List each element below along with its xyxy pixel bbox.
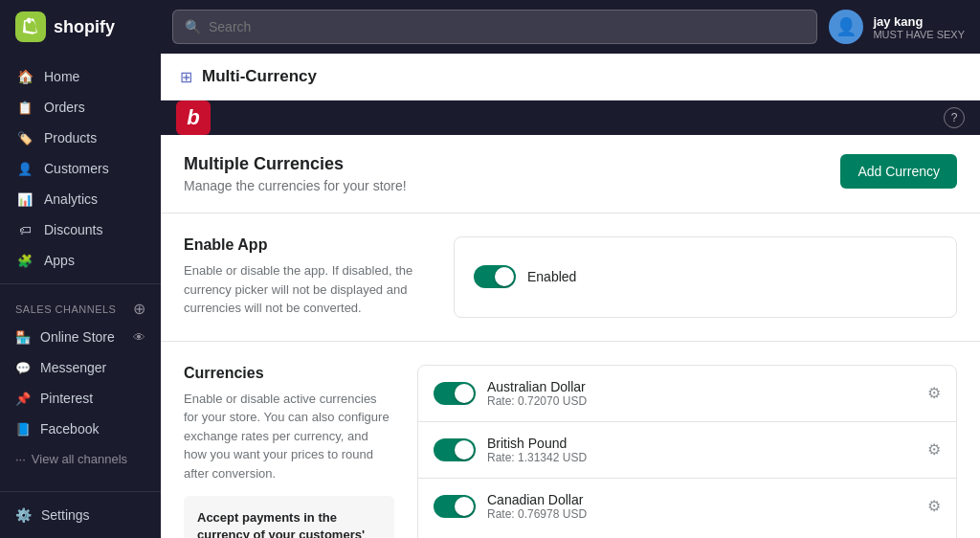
aud-rate: Rate: 0.72070 USD bbox=[487, 394, 916, 408]
sidebar-main-nav: 🏠 Home 📋 Orders 🏷️ Products 👤 Customers … bbox=[0, 61, 161, 276]
main-layout: 🏠 Home 📋 Orders 🏷️ Products 👤 Customers … bbox=[0, 54, 980, 538]
gbp-name: British Pound bbox=[487, 436, 916, 451]
gbp-rate: Rate: 1.31342 USD bbox=[487, 451, 916, 464]
info-box-title: Accept payments in the currency of your … bbox=[197, 509, 381, 538]
facebook-icon: 📘 bbox=[15, 422, 31, 437]
multiple-currencies-title: Multiple Currencies bbox=[184, 154, 407, 174]
sidebar: 🏠 Home 📋 Orders 🏷️ Products 👤 Customers … bbox=[0, 54, 161, 538]
multiple-currencies-subtitle: Manage the currencies for your store! bbox=[184, 178, 407, 193]
currency-row-aud: Australian Dollar Rate: 0.72070 USD ⚙ bbox=[418, 366, 956, 422]
user-text: jay kang MUST HAVE SEXY bbox=[873, 14, 965, 40]
cad-toggle[interactable] bbox=[434, 495, 476, 518]
logo-icon bbox=[15, 11, 46, 42]
pinterest-label: Pinterest bbox=[40, 391, 93, 406]
currencies-section: Currencies Enable or disable active curr… bbox=[161, 342, 980, 539]
enable-description: Enable or disable the app. If disabled, … bbox=[184, 261, 415, 318]
aud-toggle-knob bbox=[455, 384, 474, 403]
pinterest-icon: 📌 bbox=[15, 392, 31, 406]
enabled-label: Enabled bbox=[527, 269, 576, 284]
sidebar-divider-bottom bbox=[0, 491, 161, 492]
sidebar-item-home[interactable]: 🏠 Home bbox=[0, 61, 161, 92]
sidebar-item-analytics[interactable]: 📊 Analytics bbox=[0, 184, 161, 214]
enable-toggle[interactable] bbox=[474, 265, 516, 288]
search-icon: 🔍 bbox=[185, 19, 201, 34]
sidebar-label: Analytics bbox=[44, 191, 98, 207]
currencies-description: Enable or disable active currencies for … bbox=[184, 390, 394, 483]
content-area: ⊞ Multi-Currency b ? Multiple Currencies… bbox=[161, 54, 980, 538]
toggle-knob bbox=[495, 267, 514, 286]
page-header: ⊞ Multi-Currency bbox=[161, 54, 980, 101]
cad-rate: Rate: 0.76978 USD bbox=[487, 507, 916, 521]
currencies-left: Currencies Enable or disable active curr… bbox=[184, 365, 394, 539]
sales-channels-header: SALES CHANNELS ⊕ bbox=[0, 292, 161, 322]
sidebar-item-messenger[interactable]: 💬 Messenger bbox=[0, 352, 161, 383]
sidebar-item-online-store[interactable]: 🏪 Online Store 👁 bbox=[0, 322, 161, 352]
search-bar[interactable]: 🔍 bbox=[172, 10, 817, 44]
grid-icon: ⊞ bbox=[180, 68, 192, 86]
add-currency-button[interactable]: Add Currency bbox=[840, 154, 957, 189]
cad-name: Canadian Dollar bbox=[487, 492, 916, 507]
app-logo-letter: b bbox=[187, 105, 199, 130]
view-all-label: View all channels bbox=[32, 452, 127, 466]
sidebar-item-pinterest[interactable]: 📌 Pinterest bbox=[0, 383, 161, 414]
enable-left: Enable App Enable or disable the app. If… bbox=[184, 236, 415, 318]
search-input[interactable] bbox=[209, 19, 805, 34]
avatar: 👤 bbox=[829, 10, 863, 44]
sidebar-divider bbox=[0, 283, 161, 284]
shopify-logo[interactable]: shopify bbox=[15, 11, 161, 42]
gbp-gear-icon[interactable]: ⚙ bbox=[927, 440, 941, 459]
online-store-icon: 🏪 bbox=[15, 330, 31, 345]
analytics-icon: 📊 bbox=[15, 192, 34, 207]
sidebar-item-facebook[interactable]: 📘 Facebook bbox=[0, 414, 161, 444]
currencies-right: Australian Dollar Rate: 0.72070 USD ⚙ Br… bbox=[417, 365, 957, 539]
customers-icon: 👤 bbox=[15, 162, 34, 176]
aud-toggle[interactable] bbox=[434, 382, 476, 405]
sidebar-item-orders[interactable]: 📋 Orders bbox=[0, 92, 161, 123]
add-channel-icon[interactable]: ⊕ bbox=[133, 300, 145, 318]
enable-title: Enable App bbox=[184, 236, 415, 254]
sidebar-item-apps[interactable]: 🧩 Apps bbox=[0, 245, 161, 276]
sidebar-item-customers[interactable]: 👤 Customers bbox=[0, 153, 161, 184]
sidebar-item-discounts[interactable]: 🏷 Discounts bbox=[0, 214, 161, 245]
eye-icon[interactable]: 👁 bbox=[133, 330, 145, 345]
app-logo: b bbox=[176, 101, 211, 135]
home-icon: 🏠 bbox=[15, 69, 34, 84]
sidebar-label: Customers bbox=[44, 161, 109, 176]
online-store-label: Online Store bbox=[40, 329, 115, 345]
currency-row-gbp: British Pound Rate: 1.31342 USD ⚙ bbox=[418, 422, 956, 479]
user-subtitle: MUST HAVE SEXY bbox=[873, 29, 965, 40]
logo-text: shopify bbox=[54, 17, 115, 37]
info-box: Accept payments in the currency of your … bbox=[184, 496, 394, 538]
multiple-currencies-section: Multiple Currencies Manage the currencie… bbox=[161, 135, 980, 213]
sidebar-label: Discounts bbox=[44, 222, 102, 237]
messenger-label: Messenger bbox=[40, 360, 106, 375]
products-icon: 🏷️ bbox=[15, 131, 34, 146]
gbp-toggle-knob bbox=[455, 440, 474, 460]
cad-toggle-knob bbox=[455, 497, 474, 516]
cad-gear-icon[interactable]: ⚙ bbox=[927, 497, 941, 515]
discounts-icon: 🏷 bbox=[15, 223, 34, 237]
sidebar-item-settings[interactable]: ⚙️ Settings bbox=[0, 500, 161, 530]
sidebar-label: Home bbox=[44, 69, 79, 84]
user-info: 👤 jay kang MUST HAVE SEXY bbox=[829, 10, 965, 44]
sidebar-item-products[interactable]: 🏷️ Products bbox=[0, 123, 161, 153]
help-button[interactable]: ? bbox=[944, 107, 965, 128]
currencies-title: Currencies bbox=[184, 365, 394, 382]
aud-gear-icon[interactable]: ⚙ bbox=[927, 384, 941, 402]
messenger-icon: 💬 bbox=[15, 361, 31, 375]
view-all-channels[interactable]: ··· View all channels bbox=[0, 444, 161, 474]
aud-info: Australian Dollar Rate: 0.72070 USD bbox=[487, 379, 916, 408]
sidebar-label: Orders bbox=[44, 100, 85, 115]
settings-icon: ⚙️ bbox=[15, 507, 32, 523]
currency-row-cad: Canadian Dollar Rate: 0.76978 USD ⚙ bbox=[418, 479, 956, 534]
user-name: jay kang bbox=[873, 14, 965, 29]
help-icon: ? bbox=[951, 111, 958, 124]
app-banner: b ? bbox=[161, 101, 980, 135]
gbp-toggle[interactable] bbox=[434, 438, 476, 461]
ellipsis-icon: ··· bbox=[15, 452, 26, 466]
aud-name: Australian Dollar bbox=[487, 379, 916, 394]
cad-info: Canadian Dollar Rate: 0.76978 USD bbox=[487, 492, 916, 521]
orders-icon: 📋 bbox=[15, 101, 34, 115]
sales-channels-label: SALES CHANNELS bbox=[15, 303, 116, 315]
enable-right: Enabled bbox=[454, 236, 957, 318]
